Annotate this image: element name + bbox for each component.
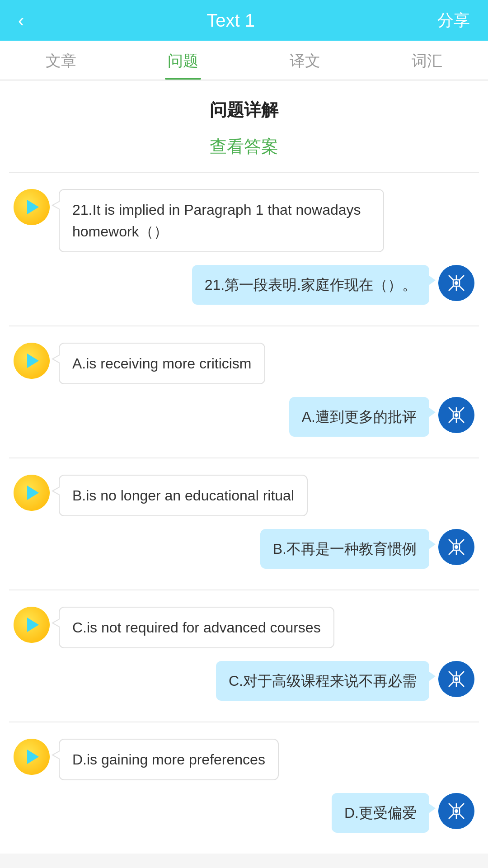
- satellite-icon-d: [444, 799, 469, 823]
- user-avatar-c: [438, 661, 474, 697]
- qa-block-optA: A.is receiving more criticism A.遭到更多的批评: [0, 326, 488, 458]
- tab-vocabulary[interactable]: 词汇: [366, 51, 488, 80]
- bot-message-row-d: D.is gaining more preferences: [14, 739, 474, 780]
- satellite-icon: [444, 271, 469, 295]
- tab-translation[interactable]: 译文: [244, 51, 366, 80]
- qa-block-q21: 21.It is implied in Paragraph 1 that now…: [0, 173, 488, 326]
- user-avatar-b: [438, 529, 474, 565]
- bot-avatar-inner-a: [14, 343, 50, 379]
- user-avatar-inner-c: [438, 661, 474, 697]
- bot-bubble-optD: D.is gaining more preferences: [59, 739, 279, 780]
- tab-question[interactable]: 问题: [122, 51, 244, 80]
- svg-point-17: [455, 413, 458, 417]
- user-bubble-optB: B.不再是一种教育惯例: [260, 529, 429, 569]
- bot-avatar-inner-d: [14, 739, 50, 775]
- user-bubble-optD: D.更受偏爱: [332, 793, 429, 833]
- play-icon-b: [27, 486, 39, 500]
- qa-block-optB: B.is no longer an educational ritual B.不…: [0, 458, 488, 590]
- bot-bubble-q21: 21.It is implied in Paragraph 1 that now…: [59, 189, 384, 252]
- bot-message-row-a: A.is receiving more criticism: [14, 343, 474, 384]
- user-message-row: 21.第一段表明.家庭作现在（）。: [14, 265, 474, 305]
- bot-bubble-optC: C.is not required for advanced courses: [59, 607, 334, 648]
- play-icon: [27, 200, 39, 214]
- view-answer-button[interactable]: 查看答案: [0, 131, 488, 172]
- user-bubble-optC: C.对于高级课程来说不再必需: [216, 661, 429, 701]
- share-button[interactable]: 分享: [437, 9, 470, 32]
- section-title: 问题详解: [0, 80, 488, 131]
- svg-point-26: [455, 545, 458, 549]
- bot-avatar: [14, 189, 50, 225]
- header-title: Text 1: [206, 10, 255, 31]
- user-avatar: [438, 265, 474, 301]
- user-avatar-inner-b: [438, 529, 474, 565]
- bot-avatar-inner: [14, 189, 50, 225]
- bot-message-row-b: B.is no longer an educational ritual: [14, 475, 474, 516]
- svg-point-35: [455, 677, 458, 681]
- svg-point-44: [455, 809, 458, 813]
- user-bubble-optA: A.遭到更多的批评: [289, 397, 429, 437]
- play-icon-c: [27, 618, 39, 632]
- bot-message-row-c: C.is not required for advanced courses: [14, 607, 474, 648]
- user-message-row-c: C.对于高级课程来说不再必需: [14, 661, 474, 701]
- app-header: ‹ Text 1 分享: [0, 0, 488, 41]
- bot-bubble-optA: A.is receiving more criticism: [59, 343, 265, 384]
- user-message-row-b: B.不再是一种教育惯例: [14, 529, 474, 569]
- back-button[interactable]: ‹: [18, 10, 24, 31]
- qa-block-optC: C.is not required for advanced courses C…: [0, 590, 488, 722]
- bot-message-row: 21.It is implied in Paragraph 1 that now…: [14, 189, 474, 252]
- user-avatar-d: [438, 793, 474, 829]
- bot-avatar-c: [14, 607, 50, 643]
- bot-avatar-d: [14, 739, 50, 775]
- bot-avatar-b: [14, 475, 50, 511]
- play-icon-a: [27, 354, 39, 368]
- user-avatar-inner-a: [438, 397, 474, 433]
- play-icon-d: [27, 750, 39, 764]
- qa-block-optD: D.is gaining more preferences D.更受偏爱: [0, 722, 488, 854]
- bot-avatar-a: [14, 343, 50, 379]
- bot-avatar-inner-c: [14, 607, 50, 643]
- bot-bubble-optB: B.is no longer an educational ritual: [59, 475, 308, 516]
- user-bubble-q21: 21.第一段表明.家庭作现在（）。: [192, 265, 429, 305]
- satellite-icon-b: [444, 535, 469, 559]
- user-avatar-a: [438, 397, 474, 433]
- tab-article[interactable]: 文章: [0, 51, 122, 80]
- bot-avatar-inner-b: [14, 475, 50, 511]
- satellite-icon-c: [444, 667, 469, 691]
- user-message-row-a: A.遭到更多的批评: [14, 397, 474, 437]
- user-avatar-inner-d: [438, 793, 474, 829]
- main-content: 问题详解 查看答案 21.It is implied in Paragraph …: [0, 80, 488, 854]
- svg-point-8: [455, 281, 458, 285]
- user-message-row-d: D.更受偏爱: [14, 793, 474, 833]
- tab-bar: 文章 问题 译文 词汇: [0, 41, 488, 80]
- user-avatar-inner: [438, 265, 474, 301]
- satellite-icon-a: [444, 403, 469, 427]
